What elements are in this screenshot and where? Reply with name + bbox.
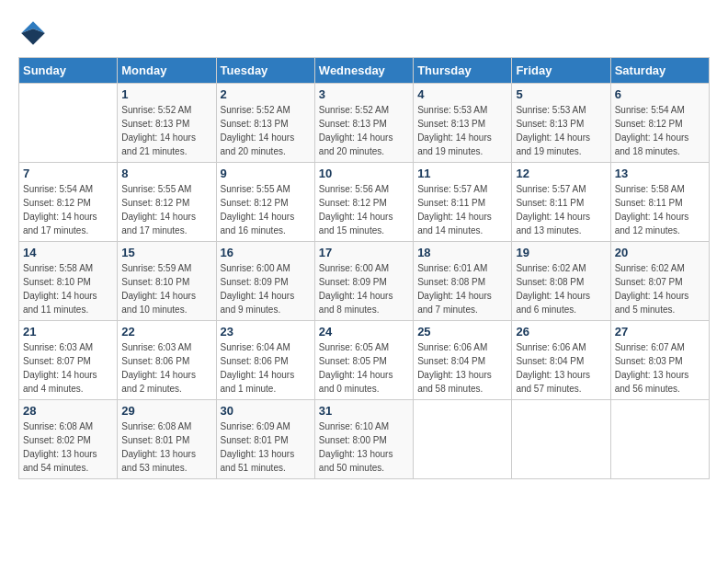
weekday-header-thursday: Thursday: [414, 58, 512, 84]
calendar-cell: 8Sunrise: 5:55 AMSunset: 8:12 PMDaylight…: [118, 163, 216, 242]
day-number: 2: [221, 87, 311, 101]
day-number: 13: [615, 167, 705, 180]
calendar-cell: 21Sunrise: 6:03 AMSunset: 8:07 PMDayligh…: [19, 321, 118, 400]
day-number: 6: [615, 87, 705, 101]
calendar-cell: 14Sunrise: 5:58 AMSunset: 8:10 PMDayligh…: [19, 242, 118, 321]
day-number: 23: [221, 325, 311, 339]
calendar-cell: 22Sunrise: 6:03 AMSunset: 8:06 PMDayligh…: [118, 321, 216, 400]
calendar-cell: 2Sunrise: 5:52 AMSunset: 8:13 PMDaylight…: [216, 84, 314, 163]
calendar-cell: 6Sunrise: 5:54 AMSunset: 8:12 PMDaylight…: [610, 84, 709, 163]
day-info: Sunrise: 6:01 AMSunset: 8:08 PMDaylight:…: [417, 261, 507, 316]
day-info: Sunrise: 5:58 AMSunset: 8:11 PMDaylight:…: [615, 182, 705, 237]
calendar-cell: 9Sunrise: 5:55 AMSunset: 8:12 PMDaylight…: [216, 163, 314, 242]
day-number: 27: [615, 325, 705, 339]
day-info: Sunrise: 5:54 AMSunset: 8:12 PMDaylight:…: [23, 182, 113, 237]
day-info: Sunrise: 6:06 AMSunset: 8:04 PMDaylight:…: [516, 340, 606, 396]
calendar-cell: [19, 84, 118, 163]
day-info: Sunrise: 5:58 AMSunset: 8:10 PMDaylight:…: [23, 261, 113, 316]
calendar-cell: 7Sunrise: 5:54 AMSunset: 8:12 PMDaylight…: [19, 163, 118, 242]
day-info: Sunrise: 6:00 AMSunset: 8:09 PMDaylight:…: [221, 261, 311, 316]
day-info: Sunrise: 5:57 AMSunset: 8:11 PMDaylight:…: [516, 182, 606, 237]
day-number: 17: [319, 246, 409, 259]
day-number: 1: [121, 87, 211, 101]
day-number: 19: [516, 246, 606, 259]
day-number: 15: [121, 246, 211, 259]
calendar-cell: 19Sunrise: 6:02 AMSunset: 8:08 PMDayligh…: [512, 242, 610, 321]
logo-icon: [18, 18, 48, 48]
week-row-3: 14Sunrise: 5:58 AMSunset: 8:10 PMDayligh…: [19, 242, 710, 321]
weekday-header-wednesday: Wednesday: [314, 58, 413, 84]
day-info: Sunrise: 5:52 AMSunset: 8:13 PMDaylight:…: [121, 103, 211, 158]
day-info: Sunrise: 5:54 AMSunset: 8:12 PMDaylight:…: [615, 103, 705, 158]
day-number: 11: [417, 167, 507, 180]
calendar-cell: 31Sunrise: 6:10 AMSunset: 8:00 PMDayligh…: [314, 400, 413, 479]
day-info: Sunrise: 5:52 AMSunset: 8:13 PMDaylight:…: [319, 103, 409, 158]
day-info: Sunrise: 6:08 AMSunset: 8:01 PMDaylight:…: [121, 419, 211, 475]
calendar-cell: 11Sunrise: 5:57 AMSunset: 8:11 PMDayligh…: [414, 163, 512, 242]
calendar-cell: 29Sunrise: 6:08 AMSunset: 8:01 PMDayligh…: [118, 400, 216, 479]
day-number: 7: [23, 167, 113, 180]
calendar-cell: 24Sunrise: 6:05 AMSunset: 8:05 PMDayligh…: [314, 321, 413, 400]
calendar-cell: 26Sunrise: 6:06 AMSunset: 8:04 PMDayligh…: [512, 321, 610, 400]
weekday-header-saturday: Saturday: [610, 58, 709, 84]
page-header: [18, 18, 710, 48]
day-number: 12: [516, 167, 606, 180]
calendar-cell: 28Sunrise: 6:08 AMSunset: 8:02 PMDayligh…: [19, 400, 118, 479]
day-info: Sunrise: 5:52 AMSunset: 8:13 PMDaylight:…: [221, 103, 311, 158]
day-number: 31: [319, 404, 409, 418]
day-number: 14: [23, 246, 113, 259]
day-info: Sunrise: 6:04 AMSunset: 8:06 PMDaylight:…: [221, 340, 311, 396]
calendar-cell: 23Sunrise: 6:04 AMSunset: 8:06 PMDayligh…: [216, 321, 314, 400]
day-number: 25: [417, 325, 507, 339]
calendar-cell: [414, 400, 512, 479]
day-number: 20: [615, 246, 705, 259]
day-number: 4: [417, 87, 507, 101]
week-row-5: 28Sunrise: 6:08 AMSunset: 8:02 PMDayligh…: [19, 400, 710, 479]
calendar-cell: 3Sunrise: 5:52 AMSunset: 8:13 PMDaylight…: [314, 84, 413, 163]
day-number: 22: [121, 325, 211, 339]
weekday-header-row: SundayMondayTuesdayWednesdayThursdayFrid…: [19, 58, 710, 84]
day-info: Sunrise: 6:08 AMSunset: 8:02 PMDaylight:…: [23, 419, 113, 475]
day-info: Sunrise: 5:56 AMSunset: 8:12 PMDaylight:…: [319, 182, 409, 237]
weekday-header-friday: Friday: [512, 58, 610, 84]
calendar-cell: 17Sunrise: 6:00 AMSunset: 8:09 PMDayligh…: [314, 242, 413, 321]
day-number: 16: [221, 246, 311, 259]
day-info: Sunrise: 6:05 AMSunset: 8:05 PMDaylight:…: [319, 340, 409, 396]
calendar-cell: 16Sunrise: 6:00 AMSunset: 8:09 PMDayligh…: [216, 242, 314, 321]
calendar-cell: [610, 400, 709, 479]
week-row-4: 21Sunrise: 6:03 AMSunset: 8:07 PMDayligh…: [19, 321, 710, 400]
day-info: Sunrise: 6:09 AMSunset: 8:01 PMDaylight:…: [221, 419, 311, 475]
day-info: Sunrise: 5:55 AMSunset: 8:12 PMDaylight:…: [121, 182, 211, 237]
week-row-1: 1Sunrise: 5:52 AMSunset: 8:13 PMDaylight…: [19, 84, 710, 163]
day-info: Sunrise: 6:03 AMSunset: 8:07 PMDaylight:…: [23, 340, 113, 396]
day-number: 30: [221, 404, 311, 418]
day-info: Sunrise: 5:55 AMSunset: 8:12 PMDaylight:…: [221, 182, 311, 237]
day-info: Sunrise: 6:07 AMSunset: 8:03 PMDaylight:…: [615, 340, 705, 396]
logo: [18, 18, 51, 48]
day-info: Sunrise: 6:02 AMSunset: 8:07 PMDaylight:…: [615, 261, 705, 316]
day-info: Sunrise: 6:03 AMSunset: 8:06 PMDaylight:…: [121, 340, 211, 396]
day-number: 28: [23, 404, 113, 418]
day-number: 10: [319, 167, 409, 180]
day-info: Sunrise: 5:57 AMSunset: 8:11 PMDaylight:…: [417, 182, 507, 237]
calendar-cell: 27Sunrise: 6:07 AMSunset: 8:03 PMDayligh…: [610, 321, 709, 400]
day-number: 26: [516, 325, 606, 339]
day-info: Sunrise: 5:53 AMSunset: 8:13 PMDaylight:…: [516, 103, 606, 158]
day-info: Sunrise: 6:02 AMSunset: 8:08 PMDaylight:…: [516, 261, 606, 316]
calendar-cell: 13Sunrise: 5:58 AMSunset: 8:11 PMDayligh…: [610, 163, 709, 242]
calendar-cell: 5Sunrise: 5:53 AMSunset: 8:13 PMDaylight…: [512, 84, 610, 163]
day-number: 5: [516, 87, 606, 101]
calendar-cell: 4Sunrise: 5:53 AMSunset: 8:13 PMDaylight…: [414, 84, 512, 163]
calendar-cell: 1Sunrise: 5:52 AMSunset: 8:13 PMDaylight…: [118, 84, 216, 163]
calendar-cell: 15Sunrise: 5:59 AMSunset: 8:10 PMDayligh…: [118, 242, 216, 321]
day-number: 21: [23, 325, 113, 339]
day-number: 18: [417, 246, 507, 259]
calendar-cell: 20Sunrise: 6:02 AMSunset: 8:07 PMDayligh…: [610, 242, 709, 321]
calendar-cell: 30Sunrise: 6:09 AMSunset: 8:01 PMDayligh…: [216, 400, 314, 479]
calendar-cell: 18Sunrise: 6:01 AMSunset: 8:08 PMDayligh…: [414, 242, 512, 321]
day-info: Sunrise: 6:06 AMSunset: 8:04 PMDaylight:…: [417, 340, 507, 396]
calendar-cell: 10Sunrise: 5:56 AMSunset: 8:12 PMDayligh…: [314, 163, 413, 242]
day-number: 8: [121, 167, 211, 180]
calendar-table: SundayMondayTuesdayWednesdayThursdayFrid…: [18, 57, 710, 479]
day-number: 3: [319, 87, 409, 101]
